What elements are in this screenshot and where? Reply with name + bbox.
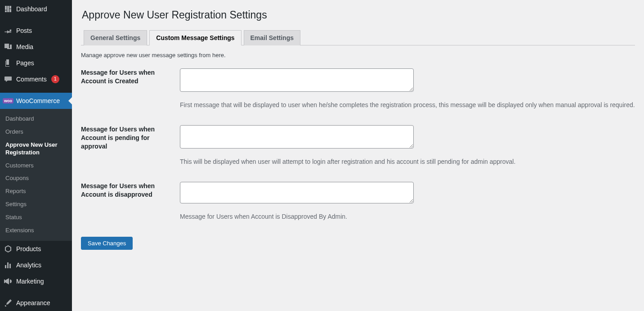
dashboard-icon <box>4 5 13 14</box>
woocommerce-icon: woo <box>4 96 13 105</box>
tab-description: Manage approve new user message settings… <box>81 52 635 59</box>
sidebar-item-media[interactable]: Media <box>0 39 72 55</box>
field-label: Message for Users when Account is disapp… <box>81 182 180 199</box>
sidebar-item-label: Pages <box>16 59 34 67</box>
tab-custom-message-settings[interactable]: Custom Message Settings <box>149 30 241 45</box>
field-label: Message for Users when Account is Create… <box>81 68 180 86</box>
form-row-account-created: Message for Users when Account is Create… <box>81 68 635 110</box>
submenu-item-reports[interactable]: Reports <box>0 185 72 198</box>
submenu-item-status[interactable]: Status <box>0 211 72 224</box>
pin-icon <box>4 26 13 35</box>
media-icon <box>4 42 13 51</box>
tabs: General Settings Custom Message Settings… <box>81 30 635 45</box>
sidebar-item-label: Comments <box>16 76 47 83</box>
sidebar-item-comments[interactable]: Comments 1 <box>0 71 72 87</box>
sidebar-item-analytics[interactable]: Analytics <box>0 257 72 273</box>
sidebar-item-dashboard[interactable]: Dashboard <box>0 1 72 17</box>
sidebar-item-products[interactable]: Products <box>0 241 72 257</box>
sidebar-item-label: Media <box>16 43 33 50</box>
svg-point-0 <box>5 45 6 45</box>
tab-email-settings[interactable]: Email Settings <box>244 30 300 45</box>
field-helper: Message for Users when Account is Disapp… <box>180 212 635 221</box>
comments-badge: 1 <box>51 75 59 83</box>
form-row-account-pending: Message for Users when Account is pendin… <box>81 125 635 167</box>
sidebar-item-marketing[interactable]: Marketing <box>0 273 72 289</box>
sidebar-item-woocommerce[interactable]: woo WooCommerce <box>0 93 72 109</box>
brush-icon <box>4 298 13 307</box>
sidebar-item-label: WooCommerce <box>16 97 60 104</box>
sidebar-item-label: Appearance <box>16 299 50 306</box>
submenu-item-customers[interactable]: Customers <box>0 159 72 172</box>
sidebar-item-posts[interactable]: Posts <box>0 23 72 39</box>
field-helper: This will be displayed when user will at… <box>180 157 635 167</box>
page-title: Approve New User Registration Settings <box>82 9 635 21</box>
sidebar-item-label: Posts <box>16 27 32 34</box>
message-account-disapproved-input[interactable] <box>180 182 414 203</box>
megaphone-icon <box>4 277 13 286</box>
sidebar-item-appearance[interactable]: Appearance <box>0 295 72 311</box>
message-account-created-input[interactable] <box>180 68 414 92</box>
field-label: Message for Users when Account is pendin… <box>81 125 180 151</box>
products-icon <box>4 244 13 253</box>
pages-icon <box>4 59 13 68</box>
field-helper: First message that will be displayed to … <box>180 100 635 110</box>
submenu-item-settings[interactable]: Settings <box>0 198 72 211</box>
submenu-item-approve-new-user[interactable]: Approve New User Registration <box>0 139 72 159</box>
tab-general-settings[interactable]: General Settings <box>84 30 147 45</box>
submenu-item-orders[interactable]: Orders <box>0 126 72 139</box>
sidebar-item-label: Products <box>16 245 41 252</box>
admin-sidebar: Dashboard Posts Media Pages Comments 1 w… <box>0 0 72 311</box>
main-content: Approve New User Registration Settings G… <box>72 0 644 311</box>
form-row-account-disapproved: Message for Users when Account is disapp… <box>81 182 635 221</box>
sidebar-item-label: Dashboard <box>16 5 47 13</box>
message-account-pending-input[interactable] <box>180 125 414 149</box>
save-changes-button[interactable]: Save Changes <box>81 237 133 250</box>
submenu-item-extensions[interactable]: Extensions <box>0 224 72 237</box>
analytics-icon <box>4 261 13 270</box>
comment-icon <box>4 75 13 84</box>
sidebar-item-label: Analytics <box>16 261 41 269</box>
woocommerce-submenu: Dashboard Orders Approve New User Regist… <box>0 109 72 241</box>
submenu-item-dashboard[interactable]: Dashboard <box>0 113 72 126</box>
submenu-item-coupons[interactable]: Coupons <box>0 172 72 185</box>
sidebar-item-label: Marketing <box>16 278 44 285</box>
sidebar-item-pages[interactable]: Pages <box>0 55 72 71</box>
